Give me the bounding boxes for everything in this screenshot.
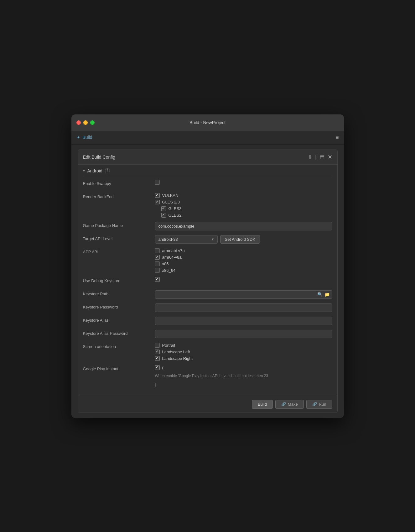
- make-link-icon: 🔗: [281, 402, 286, 406]
- enable-swappy-checkbox-row: [155, 180, 332, 185]
- divider: |: [315, 154, 316, 160]
- google-play-instant-checkbox[interactable]: [155, 365, 160, 370]
- screen-orientation-label: Screen orientation: [83, 343, 155, 349]
- portrait-checkbox[interactable]: [155, 343, 160, 348]
- use-debug-keystore-control: [155, 277, 332, 282]
- gles23-checkbox[interactable]: [155, 200, 160, 204]
- render-backend-control: VULKAN GLES 2/3 GLES3 GLES2: [155, 193, 332, 218]
- use-debug-keystore-checkbox[interactable]: [155, 277, 160, 282]
- gles23-row: GLES 2/3: [155, 200, 332, 204]
- target-api-level-select-wrapper: android-33 android-32 android-31 android…: [155, 235, 218, 244]
- keystore-password-label: Keystore Password: [83, 303, 155, 309]
- x86-64-label: x86_64: [162, 268, 176, 273]
- toolbar-build-label[interactable]: Build: [83, 135, 92, 140]
- config-header-icons: ⬆ | ⬒ ✕: [308, 154, 332, 161]
- target-api-level-control: android-33 android-32 android-31 android…: [155, 235, 332, 244]
- run-button[interactable]: 🔗 Run: [306, 400, 332, 409]
- main-window: Build - NewProject ✈ Build ≡ Edit Build …: [71, 114, 344, 418]
- app-abi-row: APP ABI armeabi-v7a arm64-v8a x86: [83, 248, 332, 273]
- target-api-level-select[interactable]: android-33 android-32 android-31 android…: [155, 235, 218, 244]
- landscape-left-checkbox[interactable]: [155, 350, 160, 354]
- screen-orientation-row: Screen orientation Portrait Landscape Le…: [83, 343, 332, 361]
- build-button[interactable]: Build: [252, 400, 273, 409]
- arm64-v8a-row: arm64-v8a: [155, 255, 332, 260]
- titlebar: Build - NewProject: [71, 114, 344, 131]
- config-body: ▾ Android ? Enable Swappy Render BackEnd: [78, 165, 337, 396]
- render-backend-row: Render BackEnd VULKAN GLES 2/3 GLES3: [83, 193, 332, 218]
- landscape-left-label: Landscape Left: [162, 350, 190, 354]
- landscape-left-row: Landscape Left: [155, 350, 332, 354]
- keystore-password-row: Keystore Password: [83, 303, 332, 312]
- portrait-row: Portrait: [155, 343, 332, 348]
- keystore-path-input[interactable]: [155, 290, 332, 299]
- keystore-alias-row: Keystore Alias: [83, 317, 332, 325]
- search-icon[interactable]: 🔍: [317, 292, 323, 297]
- toolbar: ✈ Build ≡: [71, 131, 344, 145]
- google-play-instant-row: Google Play Instant ( When enable 'Googl…: [83, 365, 332, 387]
- enable-swappy-row: Enable Swappy: [83, 180, 332, 189]
- gles23-label: GLES 2/3: [162, 200, 180, 204]
- enable-swappy-checkbox[interactable]: [155, 180, 160, 185]
- landscape-right-checkbox[interactable]: [155, 356, 160, 361]
- keystore-path-icons: 🔍 📁: [317, 292, 330, 297]
- use-debug-keystore-checkbox-row: [155, 277, 332, 282]
- main-content: Edit Build Config ⬆ | ⬒ ✕ ▾ Android ?: [71, 145, 344, 418]
- x86-64-checkbox[interactable]: [155, 268, 160, 273]
- keystore-password-control: [155, 303, 332, 312]
- keystore-path-control: 🔍 📁: [155, 290, 332, 299]
- keystore-alias-label: Keystore Alias: [83, 317, 155, 323]
- target-api-level-select-row: android-33 android-32 android-31 android…: [155, 235, 332, 244]
- android-section-header: ▾ Android ?: [83, 168, 332, 176]
- hamburger-icon[interactable]: ≡: [335, 134, 339, 141]
- landscape-right-row: Landscape Right: [155, 356, 332, 361]
- enable-swappy-label: Enable Swappy: [83, 180, 155, 186]
- use-debug-keystore-row: Use Debug Keystore: [83, 277, 332, 286]
- build-button-label: Build: [258, 402, 267, 407]
- config-panel: Edit Build Config ⬆ | ⬒ ✕ ▾ Android ?: [78, 150, 338, 413]
- run-button-label: Run: [319, 402, 326, 407]
- game-package-name-input[interactable]: [155, 222, 332, 230]
- gles3-checkbox[interactable]: [161, 206, 166, 211]
- folder-icon[interactable]: 📁: [324, 292, 330, 297]
- section-chevron-icon[interactable]: ▾: [83, 169, 85, 173]
- keystore-password-input[interactable]: [155, 303, 332, 312]
- armeabi-v7a-checkbox[interactable]: [155, 248, 160, 253]
- gles2-checkbox[interactable]: [161, 213, 166, 218]
- google-play-instant-control: ( When enable 'Google Play Instant'API L…: [155, 365, 332, 387]
- armeabi-v7a-label: armeabi-v7a: [162, 248, 185, 253]
- close-button[interactable]: [76, 120, 81, 125]
- render-backend-label: Render BackEnd: [83, 193, 155, 199]
- landscape-right-label: Landscape Right: [162, 356, 193, 361]
- vulkan-label: VULKAN: [162, 193, 179, 198]
- app-abi-control: armeabi-v7a arm64-v8a x86 x86_64: [155, 248, 332, 273]
- keystore-alias-input[interactable]: [155, 317, 332, 325]
- x86-checkbox[interactable]: [155, 261, 160, 266]
- google-play-instant-label: Google Play Instant: [83, 365, 155, 371]
- gles2-label: GLES2: [169, 213, 182, 218]
- arm64-v8a-checkbox[interactable]: [155, 255, 160, 260]
- traffic-lights: [76, 120, 95, 125]
- send-icon: ✈: [76, 135, 80, 140]
- import-icon[interactable]: ⬆: [308, 154, 312, 160]
- keystore-alias-password-input[interactable]: [155, 330, 332, 338]
- vulkan-checkbox[interactable]: [155, 193, 160, 198]
- target-api-level-label: Target API Level: [83, 235, 155, 241]
- minimize-button[interactable]: [83, 120, 88, 125]
- x86-64-row: x86_64: [155, 268, 332, 273]
- keystore-alias-password-row: Keystore Alias Password: [83, 330, 332, 339]
- gles3-row: GLES3: [155, 206, 332, 211]
- config-close-button[interactable]: ✕: [328, 154, 332, 161]
- make-button[interactable]: 🔗 Make: [275, 400, 304, 409]
- export-icon[interactable]: ⬒: [320, 154, 324, 160]
- help-icon[interactable]: ?: [105, 168, 110, 173]
- toolbar-left: ✈ Build: [76, 135, 92, 140]
- keystore-path-label: Keystore Path: [83, 290, 155, 296]
- maximize-button[interactable]: [90, 120, 95, 125]
- set-android-sdk-button[interactable]: Set Android SDK: [220, 235, 260, 244]
- keystore-alias-password-control: [155, 330, 332, 338]
- keystore-alias-password-label: Keystore Alias Password: [83, 330, 155, 336]
- google-play-suffix: ): [155, 382, 332, 387]
- android-section-title: Android: [87, 168, 102, 173]
- google-play-instant-note: When enable 'Google Play Instant'API Lev…: [155, 373, 332, 379]
- keystore-alias-control: [155, 317, 332, 325]
